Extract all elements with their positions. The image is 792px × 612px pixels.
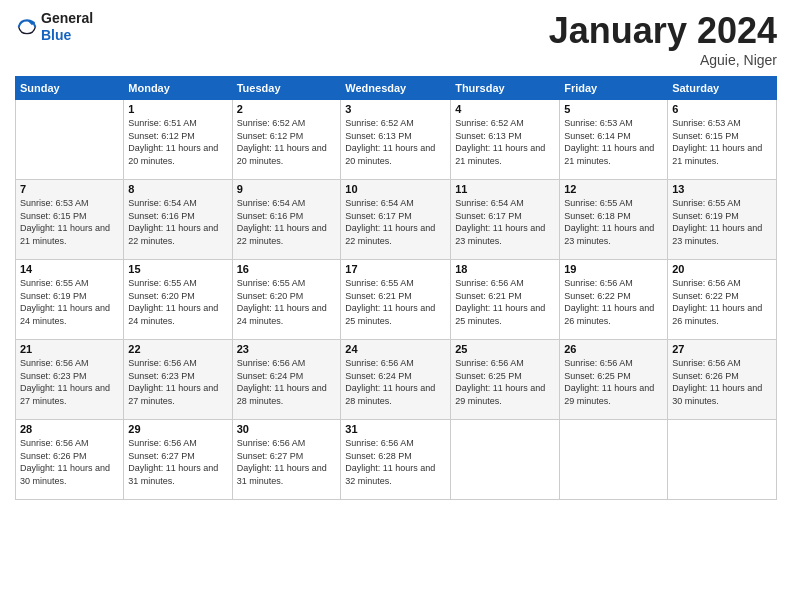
calendar-cell: 9Sunrise: 6:54 AM Sunset: 6:16 PM Daylig… bbox=[232, 180, 341, 260]
day-number: 6 bbox=[672, 103, 772, 115]
col-tuesday: Tuesday bbox=[232, 77, 341, 100]
day-info: Sunrise: 6:55 AM Sunset: 6:20 PM Dayligh… bbox=[237, 277, 337, 327]
day-info: Sunrise: 6:53 AM Sunset: 6:15 PM Dayligh… bbox=[672, 117, 772, 167]
calendar-cell: 31Sunrise: 6:56 AM Sunset: 6:28 PM Dayli… bbox=[341, 420, 451, 500]
day-number: 16 bbox=[237, 263, 337, 275]
calendar-cell: 18Sunrise: 6:56 AM Sunset: 6:21 PM Dayli… bbox=[451, 260, 560, 340]
calendar-cell bbox=[16, 100, 124, 180]
day-number: 22 bbox=[128, 343, 227, 355]
calendar-cell bbox=[560, 420, 668, 500]
day-number: 2 bbox=[237, 103, 337, 115]
day-info: Sunrise: 6:55 AM Sunset: 6:21 PM Dayligh… bbox=[345, 277, 446, 327]
day-info: Sunrise: 6:55 AM Sunset: 6:20 PM Dayligh… bbox=[128, 277, 227, 327]
day-number: 28 bbox=[20, 423, 119, 435]
day-info: Sunrise: 6:56 AM Sunset: 6:22 PM Dayligh… bbox=[672, 277, 772, 327]
day-info: Sunrise: 6:54 AM Sunset: 6:16 PM Dayligh… bbox=[128, 197, 227, 247]
day-info: Sunrise: 6:56 AM Sunset: 6:25 PM Dayligh… bbox=[455, 357, 555, 407]
calendar-cell bbox=[451, 420, 560, 500]
calendar-cell: 27Sunrise: 6:56 AM Sunset: 6:26 PM Dayli… bbox=[668, 340, 777, 420]
calendar-cell bbox=[668, 420, 777, 500]
day-number: 27 bbox=[672, 343, 772, 355]
day-number: 24 bbox=[345, 343, 446, 355]
calendar-week-2: 14Sunrise: 6:55 AM Sunset: 6:19 PM Dayli… bbox=[16, 260, 777, 340]
day-number: 26 bbox=[564, 343, 663, 355]
day-number: 17 bbox=[345, 263, 446, 275]
day-number: 5 bbox=[564, 103, 663, 115]
day-number: 20 bbox=[672, 263, 772, 275]
day-number: 3 bbox=[345, 103, 446, 115]
calendar-cell: 28Sunrise: 6:56 AM Sunset: 6:26 PM Dayli… bbox=[16, 420, 124, 500]
calendar-cell: 15Sunrise: 6:55 AM Sunset: 6:20 PM Dayli… bbox=[124, 260, 232, 340]
calendar-cell: 14Sunrise: 6:55 AM Sunset: 6:19 PM Dayli… bbox=[16, 260, 124, 340]
day-info: Sunrise: 6:54 AM Sunset: 6:17 PM Dayligh… bbox=[455, 197, 555, 247]
day-number: 4 bbox=[455, 103, 555, 115]
logo-line1: General bbox=[41, 10, 93, 27]
calendar-table: Sunday Monday Tuesday Wednesday Thursday… bbox=[15, 76, 777, 500]
day-info: Sunrise: 6:56 AM Sunset: 6:24 PM Dayligh… bbox=[345, 357, 446, 407]
calendar-cell: 24Sunrise: 6:56 AM Sunset: 6:24 PM Dayli… bbox=[341, 340, 451, 420]
calendar-cell: 21Sunrise: 6:56 AM Sunset: 6:23 PM Dayli… bbox=[16, 340, 124, 420]
day-info: Sunrise: 6:56 AM Sunset: 6:23 PM Dayligh… bbox=[128, 357, 227, 407]
day-number: 21 bbox=[20, 343, 119, 355]
day-info: Sunrise: 6:56 AM Sunset: 6:24 PM Dayligh… bbox=[237, 357, 337, 407]
day-number: 7 bbox=[20, 183, 119, 195]
month-title: January 2024 bbox=[549, 10, 777, 52]
calendar-cell: 13Sunrise: 6:55 AM Sunset: 6:19 PM Dayli… bbox=[668, 180, 777, 260]
day-number: 30 bbox=[237, 423, 337, 435]
day-number: 31 bbox=[345, 423, 446, 435]
day-info: Sunrise: 6:56 AM Sunset: 6:27 PM Dayligh… bbox=[128, 437, 227, 487]
col-sunday: Sunday bbox=[16, 77, 124, 100]
day-number: 14 bbox=[20, 263, 119, 275]
day-number: 15 bbox=[128, 263, 227, 275]
day-info: Sunrise: 6:56 AM Sunset: 6:26 PM Dayligh… bbox=[672, 357, 772, 407]
col-friday: Friday bbox=[560, 77, 668, 100]
day-info: Sunrise: 6:55 AM Sunset: 6:19 PM Dayligh… bbox=[672, 197, 772, 247]
header-row: Sunday Monday Tuesday Wednesday Thursday… bbox=[16, 77, 777, 100]
day-number: 19 bbox=[564, 263, 663, 275]
location: Aguie, Niger bbox=[549, 52, 777, 68]
logo-line2: Blue bbox=[41, 27, 93, 44]
day-number: 8 bbox=[128, 183, 227, 195]
calendar-cell: 17Sunrise: 6:55 AM Sunset: 6:21 PM Dayli… bbox=[341, 260, 451, 340]
calendar-cell: 25Sunrise: 6:56 AM Sunset: 6:25 PM Dayli… bbox=[451, 340, 560, 420]
calendar-cell: 29Sunrise: 6:56 AM Sunset: 6:27 PM Dayli… bbox=[124, 420, 232, 500]
title-block: January 2024 Aguie, Niger bbox=[549, 10, 777, 68]
calendar-cell: 26Sunrise: 6:56 AM Sunset: 6:25 PM Dayli… bbox=[560, 340, 668, 420]
calendar-cell: 20Sunrise: 6:56 AM Sunset: 6:22 PM Dayli… bbox=[668, 260, 777, 340]
day-info: Sunrise: 6:53 AM Sunset: 6:14 PM Dayligh… bbox=[564, 117, 663, 167]
day-number: 18 bbox=[455, 263, 555, 275]
day-number: 25 bbox=[455, 343, 555, 355]
calendar-cell: 6Sunrise: 6:53 AM Sunset: 6:15 PM Daylig… bbox=[668, 100, 777, 180]
day-info: Sunrise: 6:55 AM Sunset: 6:19 PM Dayligh… bbox=[20, 277, 119, 327]
calendar-cell: 11Sunrise: 6:54 AM Sunset: 6:17 PM Dayli… bbox=[451, 180, 560, 260]
calendar-cell: 12Sunrise: 6:55 AM Sunset: 6:18 PM Dayli… bbox=[560, 180, 668, 260]
calendar-week-0: 1Sunrise: 6:51 AM Sunset: 6:12 PM Daylig… bbox=[16, 100, 777, 180]
day-info: Sunrise: 6:52 AM Sunset: 6:13 PM Dayligh… bbox=[455, 117, 555, 167]
day-number: 11 bbox=[455, 183, 555, 195]
day-info: Sunrise: 6:56 AM Sunset: 6:25 PM Dayligh… bbox=[564, 357, 663, 407]
day-info: Sunrise: 6:52 AM Sunset: 6:13 PM Dayligh… bbox=[345, 117, 446, 167]
calendar-cell: 10Sunrise: 6:54 AM Sunset: 6:17 PM Dayli… bbox=[341, 180, 451, 260]
calendar-cell: 22Sunrise: 6:56 AM Sunset: 6:23 PM Dayli… bbox=[124, 340, 232, 420]
day-info: Sunrise: 6:55 AM Sunset: 6:18 PM Dayligh… bbox=[564, 197, 663, 247]
calendar-cell: 7Sunrise: 6:53 AM Sunset: 6:15 PM Daylig… bbox=[16, 180, 124, 260]
calendar-cell: 16Sunrise: 6:55 AM Sunset: 6:20 PM Dayli… bbox=[232, 260, 341, 340]
logo-icon bbox=[17, 17, 37, 37]
day-info: Sunrise: 6:56 AM Sunset: 6:21 PM Dayligh… bbox=[455, 277, 555, 327]
day-number: 12 bbox=[564, 183, 663, 195]
col-thursday: Thursday bbox=[451, 77, 560, 100]
day-number: 10 bbox=[345, 183, 446, 195]
day-info: Sunrise: 6:51 AM Sunset: 6:12 PM Dayligh… bbox=[128, 117, 227, 167]
calendar-cell: 5Sunrise: 6:53 AM Sunset: 6:14 PM Daylig… bbox=[560, 100, 668, 180]
day-info: Sunrise: 6:52 AM Sunset: 6:12 PM Dayligh… bbox=[237, 117, 337, 167]
col-wednesday: Wednesday bbox=[341, 77, 451, 100]
day-number: 9 bbox=[237, 183, 337, 195]
day-info: Sunrise: 6:56 AM Sunset: 6:27 PM Dayligh… bbox=[237, 437, 337, 487]
page: General Blue January 2024 Aguie, Niger S… bbox=[0, 0, 792, 612]
calendar-cell: 4Sunrise: 6:52 AM Sunset: 6:13 PM Daylig… bbox=[451, 100, 560, 180]
day-info: Sunrise: 6:54 AM Sunset: 6:17 PM Dayligh… bbox=[345, 197, 446, 247]
day-info: Sunrise: 6:56 AM Sunset: 6:23 PM Dayligh… bbox=[20, 357, 119, 407]
calendar-cell: 2Sunrise: 6:52 AM Sunset: 6:12 PM Daylig… bbox=[232, 100, 341, 180]
logo: General Blue bbox=[15, 10, 93, 44]
day-number: 29 bbox=[128, 423, 227, 435]
